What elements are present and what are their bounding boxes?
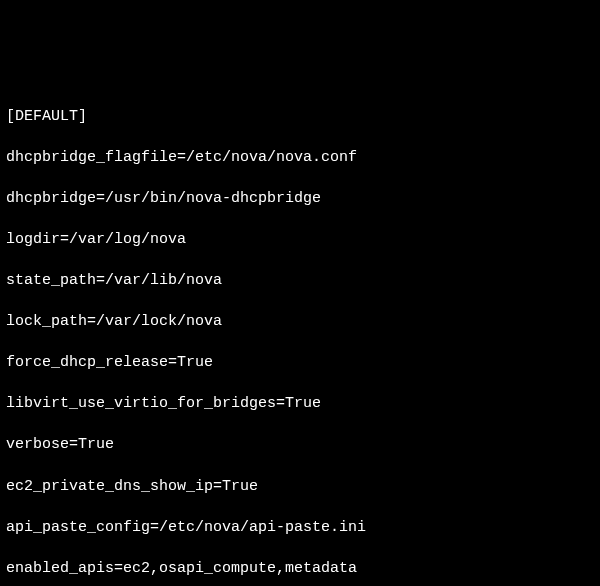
config-line: enabled_apis=ec2,osapi_compute,metadata	[6, 559, 594, 580]
config-line: verbose=True	[6, 435, 594, 456]
config-line: [DEFAULT]	[6, 107, 594, 128]
config-line: state_path=/var/lib/nova	[6, 271, 594, 292]
config-line: dhcpbridge=/usr/bin/nova-dhcpbridge	[6, 189, 594, 210]
config-line: logdir=/var/log/nova	[6, 230, 594, 251]
config-line: force_dhcp_release=True	[6, 353, 594, 374]
config-line: ec2_private_dns_show_ip=True	[6, 477, 594, 498]
config-line: lock_path=/var/lock/nova	[6, 312, 594, 333]
config-line: api_paste_config=/etc/nova/api-paste.ini	[6, 518, 594, 539]
config-line: dhcpbridge_flagfile=/etc/nova/nova.conf	[6, 148, 594, 169]
terminal-output: [DEFAULT] dhcpbridge_flagfile=/etc/nova/…	[6, 86, 594, 586]
config-line: libvirt_use_virtio_for_bridges=True	[6, 394, 594, 415]
